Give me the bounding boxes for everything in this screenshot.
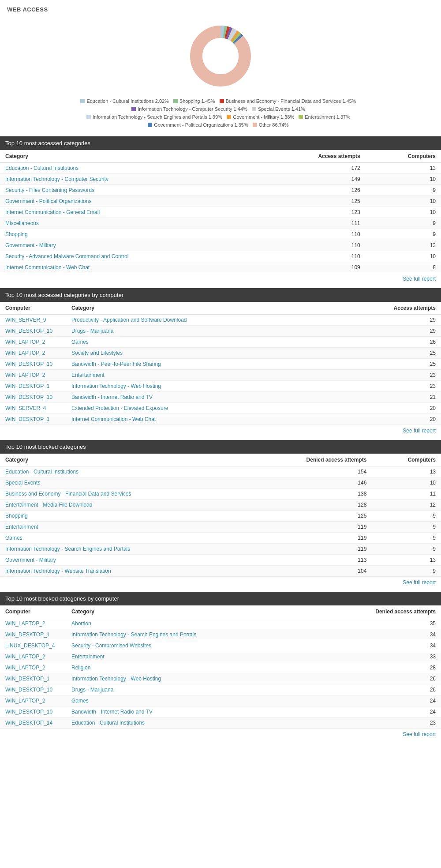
computer-cell[interactable]: WIN_DESKTOP_10 [0,392,66,403]
attempts-cell: 154 [245,466,372,477]
category-cell[interactable]: Education - Cultural Institutions [66,718,312,729]
category-cell[interactable]: Information Technology - Web Hosting [66,381,330,392]
attempts-cell: 23 [330,381,441,392]
computer-cell[interactable]: WIN_SERVER_4 [0,403,66,414]
legend-item: Information Technology - Computer Securi… [131,106,247,112]
table-row: WIN_DESKTOP_10Bandwidth - Internet Radio… [0,706,441,718]
category-cell[interactable]: Education - Cultural Institutions [0,466,245,477]
computer-cell[interactable]: WIN_DESKTOP_10 [0,684,66,695]
computer-cell[interactable]: WIN_DESKTOP_1 [0,414,66,425]
attempts-cell: 126 [262,185,366,196]
legend-color-swatch [252,107,256,111]
table-row: Education - Cultural Institutions17213 [0,163,441,174]
category-cell[interactable]: Religion [66,662,312,673]
category-cell[interactable]: Information Technology - Search Engines … [66,629,312,640]
category-cell[interactable]: Games [66,337,330,348]
category-cell[interactable]: Society and Lifestyles [66,348,330,359]
attempts-cell: 104 [245,566,372,577]
category-cell[interactable]: Security - Files Containing Passwords [0,185,262,196]
top10-accessed-header: Top 10 most accessed categories [0,136,441,150]
top10-blocked-computer-full-report[interactable]: See full report [0,729,441,740]
legend-label: Government - Military 1.38% [233,114,294,120]
computer-cell[interactable]: WIN_DESKTOP_1 [0,381,66,392]
legend-label: Education - Cultural Institutions 2.02% [86,98,169,104]
top10-blocked-full-report[interactable]: See full report [0,577,441,588]
computer-cell[interactable]: WIN_DESKTOP_10 [0,326,66,337]
category-cell[interactable]: Internet Communication - Web Chat [66,414,330,425]
col-category: Category [0,454,245,466]
table-row: Security - Files Containing Passwords126… [0,185,441,196]
category-cell[interactable]: Extended Protection - Elevated Exposure [66,403,330,414]
table-row: Shopping1259 [0,511,441,522]
category-cell[interactable]: Security - Compromised Websites [66,640,312,651]
category-cell[interactable]: Drugs - Marijuana [66,326,330,337]
attempts-cell: 125 [245,511,372,522]
col-computer: Computer [0,605,66,618]
category-cell[interactable]: Education - Cultural Institutions [0,163,262,174]
attempts-cell: 26 [330,337,441,348]
category-cell[interactable]: Bandwidth - Internet Radio and TV [66,706,312,718]
category-cell[interactable]: Internet Communication - Web Chat [0,262,262,273]
category-cell[interactable]: Drugs - Marijuana [66,684,312,695]
attempts-cell: 119 [245,522,372,533]
computer-cell[interactable]: WIN_DESKTOP_14 [0,718,66,729]
category-cell[interactable]: Entertainment [0,522,245,533]
category-cell[interactable]: Bandwidth - Internet Radio and TV [66,392,330,403]
attempts-cell: 23 [330,370,441,381]
table-row: Internet Communication - Web Chat1098 [0,262,441,273]
category-cell[interactable]: Information Technology - Computer Securi… [0,174,262,185]
category-cell[interactable]: Entertainment [66,651,312,662]
computer-cell[interactable]: WIN_LAPTOP_2 [0,662,66,673]
legend-item: Business and Economy - Financial Data an… [220,98,356,104]
table-row: Information Technology - Website Transla… [0,566,441,577]
category-cell[interactable]: Business and Economy - Financial Data an… [0,488,245,500]
computers-cell: 13 [366,163,441,174]
category-cell[interactable]: Information Technology - Website Transla… [0,566,245,577]
computers-cell: 11 [372,488,441,500]
computer-cell[interactable]: WIN_LAPTOP_2 [0,618,66,629]
category-cell[interactable]: Government - Political Organizations [0,196,262,207]
category-cell[interactable]: Productivity - Application and Software … [66,315,330,326]
top10-accessed-section: Top 10 most accessed categories Category… [0,136,441,285]
category-cell[interactable]: Special Events [0,477,245,488]
computer-cell[interactable]: WIN_LAPTOP_2 [0,337,66,348]
category-cell[interactable]: Entertainment - Media File Download [0,500,245,511]
category-cell[interactable]: Shopping [0,229,262,240]
category-cell[interactable]: Games [66,695,312,706]
legend-label: Shopping 1.45% [179,98,215,104]
category-cell[interactable]: Government - Military [0,555,245,566]
computer-cell[interactable]: WIN_LAPTOP_2 [0,370,66,381]
category-cell[interactable]: Bandwidth - Peer-to-Peer File Sharing [66,359,330,370]
computer-cell[interactable]: LINUX_DESKTOP_4 [0,640,66,651]
computer-cell[interactable]: WIN_SERVER_9 [0,315,66,326]
computers-cell: 9 [366,229,441,240]
top10-accessed-full-report[interactable]: See full report [0,273,441,285]
attempts-cell: 128 [245,500,372,511]
legend-label: Other 86.74% [259,122,289,128]
top10-accessed-computer-full-report[interactable]: See full report [0,425,441,436]
computer-cell[interactable]: WIN_LAPTOP_2 [0,695,66,706]
category-cell[interactable]: Internet Communication - General Email [0,207,262,218]
computer-cell[interactable]: WIN_LAPTOP_2 [0,348,66,359]
table-row: Shopping1109 [0,229,441,240]
computer-cell[interactable]: WIN_DESKTOP_1 [0,673,66,684]
donut-section: Education - Cultural Institutions 2.02%S… [0,16,441,135]
category-cell[interactable]: Games [0,533,245,544]
category-cell[interactable]: Shopping [0,511,245,522]
computer-cell[interactable]: WIN_DESKTOP_10 [0,706,66,718]
category-cell[interactable]: Miscellaneous [0,218,262,229]
category-cell[interactable]: Government - Military [0,240,262,251]
attempts-cell: 29 [330,326,441,337]
category-cell[interactable]: Information Technology - Web Hosting [66,673,312,684]
computer-cell[interactable]: WIN_LAPTOP_2 [0,651,66,662]
category-cell[interactable]: Information Technology - Search Engines … [0,544,245,555]
category-cell[interactable]: Entertainment [66,370,330,381]
category-cell[interactable]: Abortion [66,618,312,629]
computer-cell[interactable]: WIN_DESKTOP_10 [0,359,66,370]
legend-item: Education - Cultural Institutions 2.02% [80,98,169,104]
category-cell[interactable]: Security - Advanced Malware Command and … [0,251,262,262]
attempts-cell: 146 [245,477,372,488]
computer-cell[interactable]: WIN_DESKTOP_1 [0,629,66,640]
table-row: WIN_DESKTOP_10Bandwidth - Internet Radio… [0,392,441,403]
computers-cell: 10 [366,251,441,262]
